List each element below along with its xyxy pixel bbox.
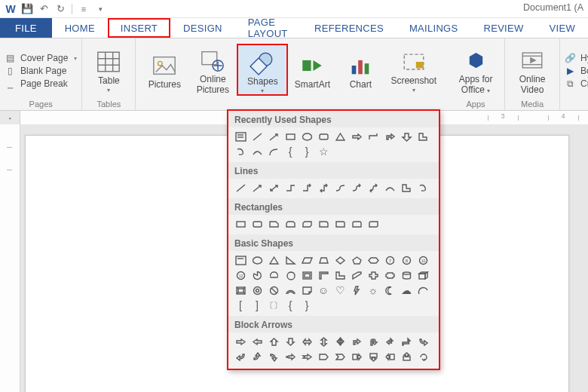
shape-plaque[interactable] <box>382 268 397 282</box>
shape-curved-left-arrow[interactable] <box>233 350 248 363</box>
shape-l-shape[interactable] <box>332 268 348 282</box>
shape-elbow-double-arrow[interactable] <box>316 181 331 194</box>
tab-references[interactable]: REFERENCES <box>302 18 397 38</box>
shape-left-arrow[interactable] <box>250 335 265 348</box>
shape-rounded-rectangle[interactable] <box>250 217 265 231</box>
shape-rectangle[interactable] <box>233 217 248 231</box>
shape-bent-arrow[interactable] <box>349 335 364 348</box>
shape-right-triangle[interactable] <box>283 253 298 267</box>
shape-curved-up-arrow[interactable] <box>250 350 265 363</box>
shape-hexagon[interactable] <box>366 253 381 267</box>
shape-can[interactable] <box>399 268 414 282</box>
shape-rounded-rectangle[interactable] <box>316 130 331 143</box>
shape-arrow-line[interactable] <box>266 130 281 143</box>
shape-text-box[interactable] <box>233 130 248 143</box>
save-icon[interactable]: 💾 <box>20 2 35 16</box>
shape-elbow-connector[interactable] <box>283 181 298 194</box>
shape-moon[interactable] <box>382 283 397 297</box>
shape-snip-same-side[interactable] <box>283 217 298 231</box>
shape-right-arrow[interactable] <box>349 130 364 143</box>
shape-arc[interactable] <box>415 283 430 297</box>
line-spacing-icon[interactable]: ≡ <box>76 2 91 16</box>
apps-for-office-button[interactable]: ⬢ Apps for Office ▾ <box>452 44 500 96</box>
shape-arc[interactable] <box>266 145 281 158</box>
shape-freeform[interactable] <box>233 145 248 158</box>
shape-diamond[interactable] <box>332 253 348 267</box>
screenshot-button[interactable]: Screenshot ▾ <box>384 46 443 94</box>
shape-curved-right-arrow[interactable] <box>415 335 430 348</box>
shape-elbow-connector[interactable] <box>366 130 381 143</box>
shape-quad-arrow[interactable] <box>332 335 348 348</box>
shape-left-brace[interactable]: { <box>283 299 298 312</box>
pictures-button[interactable]: Pictures <box>140 50 188 90</box>
shape-heptagon[interactable]: 7 <box>382 253 397 267</box>
shape-right-arrow[interactable] <box>233 335 248 348</box>
shape-down-arrow[interactable] <box>283 335 298 348</box>
shape-isoceles-triangle[interactable] <box>332 130 348 143</box>
tab-review[interactable]: REVIEW <box>470 18 536 38</box>
shape-right-brace[interactable]: } <box>299 299 314 312</box>
shape-left-brace[interactable]: { <box>283 145 298 158</box>
shape-donut[interactable] <box>250 283 265 297</box>
shape-pentagon[interactable] <box>349 253 364 267</box>
tab-home[interactable]: HOME <box>52 18 108 38</box>
tab-view[interactable]: VIEW <box>537 18 588 38</box>
shape-circular-arrow[interactable] <box>415 350 430 363</box>
tab-design[interactable]: DESIGN <box>170 18 235 38</box>
cross-reference-button[interactable]: ⧉ Cross-referenc <box>565 78 588 89</box>
shape-l-shape[interactable] <box>415 130 430 143</box>
shape-right-arrow-callout[interactable] <box>349 350 364 363</box>
shape-elbow-arrow-connector[interactable] <box>299 181 314 194</box>
shape-bent-arrow[interactable] <box>382 130 397 143</box>
online-pictures-button[interactable]: Online Pictures <box>188 44 237 96</box>
shape-lightning[interactable] <box>349 283 364 297</box>
shape-chevron[interactable] <box>332 350 348 363</box>
undo-icon[interactable]: ↶ <box>36 2 51 16</box>
table-button[interactable]: Table ▾ <box>84 46 133 94</box>
shape-rectangle[interactable] <box>283 130 298 143</box>
shape-double-bracket[interactable]: 〔〕 <box>266 299 281 312</box>
shape-star[interactable]: ☆ <box>316 145 331 158</box>
shape-arrow[interactable] <box>250 181 265 194</box>
shape-double-arrow[interactable] <box>266 181 281 194</box>
shape-dodecagon[interactable]: 12 <box>233 268 248 282</box>
shape-striped-right-arrow[interactable] <box>283 350 298 363</box>
shape-curve[interactable] <box>382 181 397 194</box>
shape-text-box[interactable] <box>233 253 248 267</box>
shape-left-bracket[interactable]: [ <box>233 299 248 312</box>
shape-u-turn-arrow[interactable] <box>366 335 381 348</box>
shape-l-shape[interactable] <box>399 181 414 194</box>
shape-frame[interactable] <box>299 268 314 282</box>
shape-round-single-corner[interactable] <box>332 217 348 231</box>
shape-cloud[interactable]: ☁ <box>399 283 414 297</box>
shape-trapezoid[interactable] <box>316 253 331 267</box>
shape-bent-up-arrow[interactable] <box>399 335 414 348</box>
blank-page-button[interactable]: ▯ Blank Page <box>5 66 77 76</box>
shapes-button[interactable]: Shapes ▾ <box>237 44 288 96</box>
shape-oval[interactable] <box>250 253 265 267</box>
shape-oval[interactable] <box>299 130 314 143</box>
shape-chord[interactable] <box>266 268 281 282</box>
tab-mailings[interactable]: MAILINGS <box>397 18 471 38</box>
hyperlink-button[interactable]: 🔗 Hyperlink <box>565 53 588 63</box>
shape-smiley[interactable]: ☺ <box>316 283 331 297</box>
shape-no-symbol[interactable] <box>266 283 281 297</box>
shape-half-frame[interactable] <box>316 268 331 282</box>
shape-diagonal-stripe[interactable] <box>349 268 364 282</box>
shape-curved-double-arrow[interactable] <box>366 181 381 194</box>
shape-round-diagonal[interactable] <box>366 217 381 231</box>
shape-cross[interactable] <box>366 268 381 282</box>
shape-teardrop[interactable] <box>283 268 298 282</box>
shape-left-up-arrow[interactable] <box>382 335 397 348</box>
shape-right-brace[interactable]: } <box>299 145 314 158</box>
shape-triangle[interactable] <box>266 253 281 267</box>
shape-down-arrow-callout[interactable] <box>366 350 381 363</box>
shape-curved-down-arrow[interactable] <box>266 350 281 363</box>
shape-up-down-arrow[interactable] <box>316 335 331 348</box>
bookmark-button[interactable]: ▶ Bookmark <box>565 66 588 76</box>
shape-right-bracket[interactable]: ] <box>250 299 265 312</box>
shape-up-arrow[interactable] <box>266 335 281 348</box>
shape-curved-arrow-connector[interactable] <box>349 181 364 194</box>
shape-round-same-side[interactable] <box>349 217 364 231</box>
cover-page-button[interactable]: ▤ Cover Page ▾ <box>5 53 77 63</box>
